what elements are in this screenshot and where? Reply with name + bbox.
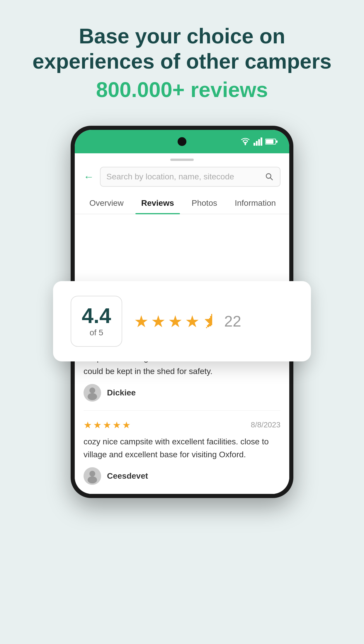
tab-overview[interactable]: Overview xyxy=(81,193,132,214)
star-3: ★ xyxy=(168,312,183,331)
rating-score-box: 4.4 of 5 xyxy=(71,296,122,347)
svg-line-9 xyxy=(270,178,272,180)
avatar-icon-1 xyxy=(85,385,100,400)
review-star: ★ xyxy=(122,419,131,431)
review-star: ★ xyxy=(113,419,121,431)
camera-notch xyxy=(178,137,186,146)
header-title-line2: experiences of other campers xyxy=(33,50,331,73)
tab-photos[interactable]: Photos xyxy=(183,193,226,214)
reviewer-avatar-1 xyxy=(84,384,101,402)
svg-rect-4 xyxy=(261,137,262,146)
header-section: Base your choice on experiences of other… xyxy=(0,0,364,114)
tab-information[interactable]: Information xyxy=(226,193,285,214)
search-bar[interactable]: Search by location, name, sitecode xyxy=(100,167,280,187)
rating-stars-section: ★ ★ ★ ★ ⯨ 22 xyxy=(134,312,293,331)
review-stars-2: ★ ★ ★ ★ ★ xyxy=(84,419,131,431)
header-subtitle: 800.000+ reviews xyxy=(23,77,341,102)
status-bar xyxy=(75,130,289,153)
star-1: ★ xyxy=(134,312,149,331)
svg-rect-2 xyxy=(256,141,258,146)
star-2: ★ xyxy=(151,312,166,331)
review-star: ★ xyxy=(103,419,111,431)
header-title: Base your choice on experiences of other… xyxy=(23,23,341,74)
search-icon xyxy=(265,172,274,181)
review-star: ★ xyxy=(93,419,102,431)
phone-mockup: 4.4 of 5 ★ ★ ★ ★ ⯨ 22 xyxy=(71,126,293,498)
rating-of: of 5 xyxy=(82,328,111,337)
svg-rect-3 xyxy=(258,139,260,146)
signal-icon xyxy=(254,137,262,146)
avatar-icon-2 xyxy=(85,469,100,483)
stars-row: ★ ★ ★ ★ ⯨ xyxy=(134,312,218,331)
rating-score: 4.4 xyxy=(82,305,111,326)
svg-point-11 xyxy=(88,393,97,400)
battery-icon xyxy=(265,138,278,145)
svg-rect-7 xyxy=(276,140,278,143)
drag-handle xyxy=(170,159,194,161)
svg-rect-6 xyxy=(266,140,273,144)
review-header-2: ★ ★ ★ ★ ★ 8/8/2023 xyxy=(84,419,280,431)
reviewer-row-1: Dickiee xyxy=(84,384,280,402)
back-button[interactable]: ← xyxy=(84,171,94,183)
search-placeholder: Search by location, name, sitecode xyxy=(106,172,265,181)
review-date-2: 8/8/2023 xyxy=(251,420,280,429)
svg-point-0 xyxy=(245,144,246,145)
reviewer-avatar-2 xyxy=(84,467,101,485)
review-item-2: ★ ★ ★ ★ ★ 8/8/2023 cozy nice campsite wi… xyxy=(84,411,280,494)
rating-card: 4.4 of 5 ★ ★ ★ ★ ⯨ 22 xyxy=(53,281,311,361)
reviewer-name-1: Dickiee xyxy=(107,388,136,397)
review-star: ★ xyxy=(84,419,92,431)
star-5: ⯨ xyxy=(202,312,218,331)
header-title-line1: Base your choice on xyxy=(79,24,285,48)
status-icons xyxy=(240,137,278,146)
svg-point-12 xyxy=(89,471,95,477)
review-count: 22 xyxy=(224,312,241,330)
svg-rect-1 xyxy=(254,143,255,146)
tab-reviews[interactable]: Reviews xyxy=(132,193,183,214)
svg-point-10 xyxy=(89,388,95,393)
reviewer-name-2: Ceesdevet xyxy=(107,471,148,481)
search-section: ← Search by location, name, sitecode xyxy=(75,161,289,193)
svg-point-13 xyxy=(88,476,97,483)
wifi-icon xyxy=(240,137,251,146)
star-4: ★ xyxy=(185,312,200,331)
reviewer-row-2: Ceesdevet xyxy=(84,467,280,485)
review-text-2: cozy nice campsite with excellent facili… xyxy=(84,435,280,462)
tabs-section: Overview Reviews Photos Information xyxy=(75,193,289,214)
